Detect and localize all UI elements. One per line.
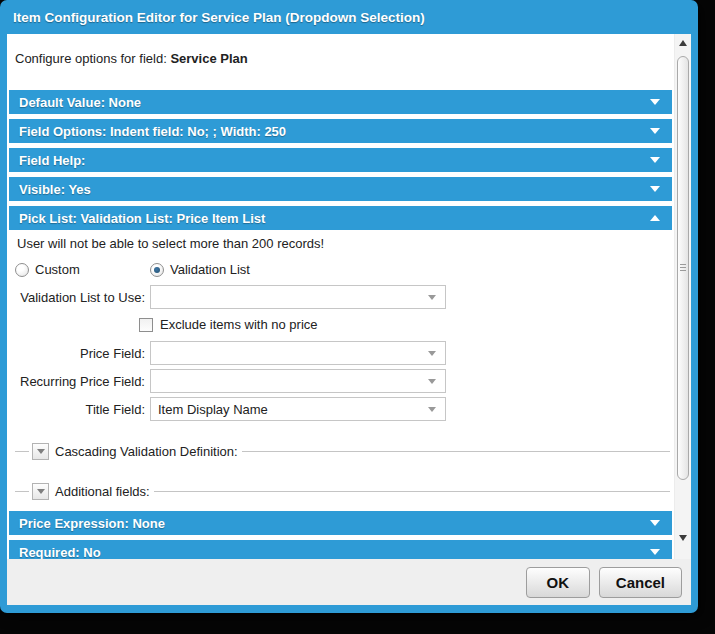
radio-unselected-icon[interactable] <box>15 263 29 277</box>
validation-list-dropdown[interactable] <box>150 285 446 309</box>
record-limit-warning: User will not be able to select more tha… <box>10 236 674 251</box>
section-field-options-label: Field Options: Indent field: No; ; Width… <box>19 124 286 139</box>
chevron-down-icon <box>428 351 436 356</box>
section-visible[interactable]: Visible: Yes <box>9 177 672 201</box>
chevron-down-icon <box>428 295 436 300</box>
intro-text: Configure options for field: Service Pla… <box>15 51 674 66</box>
section-required-label: Required: No <box>19 545 101 560</box>
price-field-dropdown[interactable] <box>150 341 446 365</box>
section-pick-list[interactable]: Pick List: Validation List: Price Item L… <box>9 206 672 230</box>
radio-selected-icon[interactable] <box>150 263 164 277</box>
cancel-button[interactable]: Cancel <box>599 567 682 598</box>
chevron-down-icon <box>650 157 660 163</box>
pick-list-panel: User will not be able to select more tha… <box>7 236 674 500</box>
chevron-down-icon <box>650 128 660 134</box>
exclude-no-price-label: Exclude items with no price <box>160 317 318 332</box>
additional-fields-toggle-button[interactable] <box>32 483 49 500</box>
dialog-body: Configure options for field: Service Pla… <box>7 34 691 559</box>
item-configuration-editor-dialog: Item Configuration Editor for Service Pl… <box>0 0 698 613</box>
recurring-price-field-row: Recurring Price Field: <box>7 369 674 393</box>
title-field-value: Item Display Name <box>158 402 268 417</box>
section-field-help-label: Field Help: <box>19 153 85 168</box>
chevron-down-icon <box>650 99 660 105</box>
cascading-validation-label: Cascading Validation Definition: <box>55 444 238 459</box>
chevron-down-icon <box>37 489 45 494</box>
title-field-label: Title Field: <box>7 402 145 417</box>
additional-fields-legend-row: Additional fields: <box>15 483 670 500</box>
scrollbar-thumb[interactable] <box>677 56 689 480</box>
scroll-down-icon[interactable] <box>679 535 687 541</box>
price-field-label: Price Field: <box>7 346 145 361</box>
validation-list-row: Validation List to Use: <box>7 285 674 309</box>
divider <box>15 451 29 452</box>
section-required[interactable]: Required: No <box>9 540 672 559</box>
vertical-scrollbar[interactable] <box>674 34 691 559</box>
section-price-expression-label: Price Expression: None <box>19 516 165 531</box>
recurring-price-field-dropdown[interactable] <box>150 369 446 393</box>
divider <box>154 491 670 492</box>
pick-list-form: Validation List to Use: Exclude items wi… <box>7 285 674 421</box>
exclude-no-price-checkbox[interactable] <box>139 318 153 332</box>
radio-custom[interactable]: Custom <box>15 262 150 277</box>
section-visible-label: Visible: Yes <box>19 182 91 197</box>
recurring-price-field-label: Recurring Price Field: <box>7 374 145 389</box>
title-field-dropdown[interactable]: Item Display Name <box>150 397 446 421</box>
exclude-no-price-row[interactable]: Exclude items with no price <box>139 317 674 332</box>
chevron-down-icon <box>650 549 660 555</box>
source-radio-group: Custom Validation List <box>15 262 674 277</box>
section-price-expression[interactable]: Price Expression: None <box>9 511 672 535</box>
chevron-down-icon <box>37 449 45 454</box>
chevron-up-icon <box>650 215 660 221</box>
section-default-value[interactable]: Default Value: None <box>9 90 672 114</box>
validation-list-label: Validation List to Use: <box>7 290 145 305</box>
chevron-down-icon <box>428 407 436 412</box>
radio-validation-label: Validation List <box>170 262 250 277</box>
dialog-footer: OK Cancel <box>7 559 691 605</box>
intro-label: Configure options for field: <box>15 51 167 66</box>
dialog-title: Item Configuration Editor for Service Pl… <box>0 0 698 34</box>
ok-button[interactable]: OK <box>526 567 590 598</box>
radio-custom-label: Custom <box>35 262 80 277</box>
chevron-down-icon <box>428 379 436 384</box>
chevron-down-icon <box>650 520 660 526</box>
scroll-up-icon[interactable] <box>679 40 687 46</box>
scroll-content: Configure options for field: Service Pla… <box>7 34 674 559</box>
price-field-row: Price Field: <box>7 341 674 365</box>
title-field-row: Title Field: Item Display Name <box>7 397 674 421</box>
section-field-options[interactable]: Field Options: Indent field: No; ; Width… <box>9 119 672 143</box>
section-pick-list-label: Pick List: Validation List: Price Item L… <box>19 211 265 226</box>
divider <box>15 491 29 492</box>
divider <box>242 451 670 452</box>
scrollbar-grip-icon <box>680 264 686 273</box>
chevron-down-icon <box>650 186 660 192</box>
section-default-value-label: Default Value: None <box>19 95 141 110</box>
cascading-validation-legend-row: Cascading Validation Definition: <box>15 443 670 460</box>
intro-field-name: Service Plan <box>170 51 247 66</box>
section-field-help[interactable]: Field Help: <box>9 148 672 172</box>
radio-validation-list[interactable]: Validation List <box>150 262 250 277</box>
additional-fields-label: Additional fields: <box>55 484 150 499</box>
cascading-validation-toggle-button[interactable] <box>32 443 49 460</box>
